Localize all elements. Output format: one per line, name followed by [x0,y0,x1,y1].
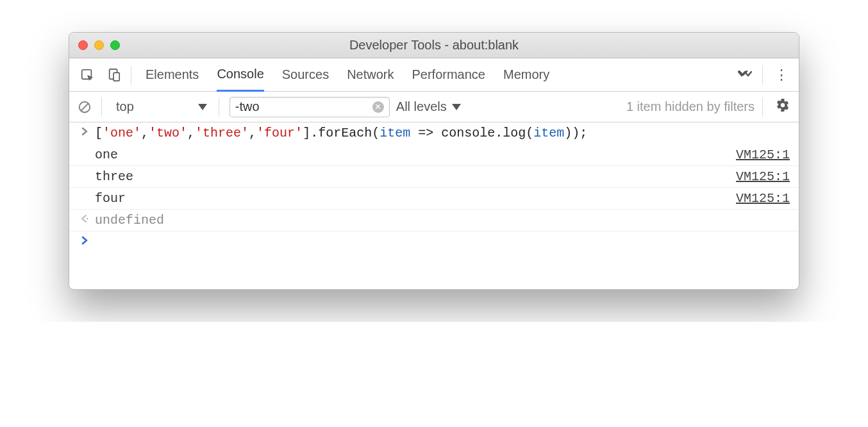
log-source-link[interactable]: VM125:1 [736,147,792,162]
device-toolbar-icon[interactable] [103,58,126,92]
titlebar: Developer Tools - about:blank [69,33,799,58]
svg-line-4 [81,103,88,110]
console-settings-icon[interactable] [773,98,792,115]
customize-menu-button[interactable]: ⋮ [771,67,792,83]
tab-console[interactable]: Console [217,59,263,92]
console-input-code: ['one','two','three','four'].forEach(ite… [95,126,792,140]
filter-input[interactable]: -two ✕ [230,97,390,117]
execution-context-selector[interactable]: top [112,99,211,114]
tab-performance[interactable]: Performance [412,58,486,91]
log-text: four [95,191,736,206]
divider [762,97,763,117]
divider [101,97,102,117]
main-tabbar: ElementsConsoleSourcesNetworkPerformance… [69,58,799,92]
log-source-link[interactable]: VM125:1 [736,191,792,206]
input-chevron-icon [74,126,95,136]
console-input-row[interactable]: ['one','two','three','four'].forEach(ite… [69,122,799,144]
filter-value: -two [235,99,260,114]
prompt-chevron-icon [74,235,95,245]
inspect-element-icon[interactable] [76,58,99,92]
console-return-row: undefined [69,210,799,231]
svg-point-5 [87,218,88,220]
console-log-row: fourVM125:1 [69,188,799,210]
console-log-row: oneVM125:1 [69,144,799,166]
window-close-button[interactable] [78,40,88,50]
console-output: ['one','two','three','four'].forEach(ite… [69,122,799,289]
panel-tabs: ElementsConsoleSourcesNetworkPerformance… [146,58,729,91]
tab-elements[interactable]: Elements [146,58,199,91]
chevron-down-icon [198,104,207,110]
console-filter-bar: top -two ✕ All levels 1 item hidden by f… [69,92,799,122]
log-text: three [95,169,736,184]
console-log-row: threeVM125:1 [69,166,799,188]
return-value: undefined [95,213,792,228]
console-prompt-row[interactable] [69,231,799,289]
clear-console-icon[interactable] [76,90,94,124]
log-gutter [74,169,95,171]
divider [131,65,131,85]
window-minimize-button[interactable] [94,40,104,50]
log-source-link[interactable]: VM125:1 [736,169,792,184]
tab-network[interactable]: Network [347,58,394,91]
filter-hidden-message: 1 item hidden by filters [626,99,755,114]
return-chevron-icon [74,213,95,223]
log-gutter [74,147,95,149]
devtools-window: Developer Tools - about:blank ElementsCo… [69,32,799,290]
window-title: Developer Tools - about:blank [349,38,519,53]
clear-filter-icon[interactable]: ✕ [372,101,384,113]
log-text: one [95,147,736,162]
svg-rect-2 [113,72,119,81]
log-levels-selector[interactable]: All levels [396,99,461,114]
log-gutter [74,191,95,192]
tab-memory[interactable]: Memory [503,58,549,91]
levels-label: All levels [396,99,447,114]
chevron-down-icon [452,104,461,110]
context-label: top [116,99,134,114]
divider [762,65,763,85]
divider [219,97,219,117]
tab-sources[interactable]: Sources [282,58,329,91]
window-controls [78,40,120,50]
window-maximize-button[interactable] [110,40,120,50]
more-panels-button[interactable] [733,67,757,82]
